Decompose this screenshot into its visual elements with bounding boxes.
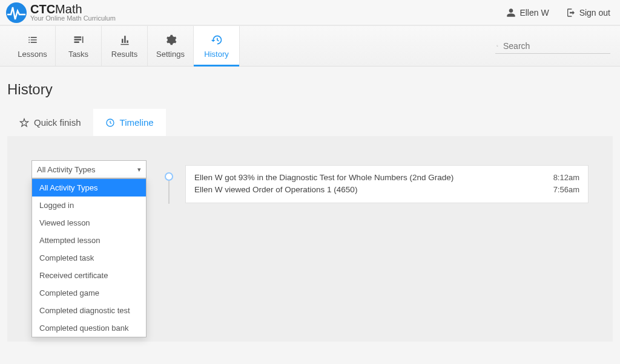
tasks-icon xyxy=(73,34,85,46)
tabs: Quick finish Timeline xyxy=(7,109,613,136)
brand-bold: CTC xyxy=(30,2,55,16)
chevron-down-icon: ▾ xyxy=(137,166,141,174)
top-actions: Ellen W Sign out xyxy=(506,8,610,18)
event-time: 7:56am xyxy=(553,184,579,196)
content-area: Quick finish Timeline All Activity Types… xyxy=(7,109,613,342)
signout-label: Sign out xyxy=(579,8,610,18)
user-name: Ellen W xyxy=(519,8,549,18)
filter-selected: All Activity Types xyxy=(37,165,96,174)
filter-option[interactable]: Completed game xyxy=(32,284,146,302)
logo-text: CTCMath Your Online Math Curriculum xyxy=(30,3,116,22)
page-title: History xyxy=(0,67,620,109)
filter-option[interactable]: Completed question bank xyxy=(32,319,146,337)
nav-tasks[interactable]: Tasks xyxy=(56,26,102,66)
list-icon xyxy=(27,34,39,46)
star-icon xyxy=(19,118,29,128)
signout-icon xyxy=(566,8,576,18)
timeline-line xyxy=(168,181,170,204)
signout-button[interactable]: Sign out xyxy=(566,8,610,18)
nav-results[interactable]: Results xyxy=(102,26,148,66)
nav-lessons-label: Lessons xyxy=(18,50,47,59)
logo-mark xyxy=(6,2,27,23)
event-text: Ellen W got 93% in the Diagnostic Test f… xyxy=(194,172,453,184)
activity-filter-dropdown: All Activity TypesLogged inViewed lesson… xyxy=(31,178,147,337)
nav-tasks-label: Tasks xyxy=(68,50,88,59)
tab-timeline[interactable]: Timeline xyxy=(93,109,166,136)
nav-lessons[interactable]: Lessons xyxy=(10,26,56,66)
nav-settings-label: Settings xyxy=(156,50,185,59)
nav-settings[interactable]: Settings xyxy=(148,26,194,66)
navbar: Lessons Tasks Results Settings History xyxy=(0,25,620,67)
user-menu[interactable]: Ellen W xyxy=(506,8,549,18)
filter-option[interactable]: Received certificate xyxy=(32,267,146,284)
search-icon xyxy=(496,42,498,50)
event-text: Ellen W viewed Order of Operations 1 (46… xyxy=(194,184,357,196)
timeline-panel: All Activity Types ▾ All Activity TypesL… xyxy=(7,136,613,342)
tab-quick-finish[interactable]: Quick finish xyxy=(7,109,93,136)
chart-icon xyxy=(119,34,131,46)
history-icon xyxy=(211,34,223,46)
brand-thin: Math xyxy=(55,2,82,16)
filter-option[interactable]: Attempted lesson xyxy=(32,232,146,249)
filter-option[interactable]: Viewed lesson xyxy=(32,214,146,232)
clock-icon xyxy=(105,118,115,128)
filter-option[interactable]: All Activity Types xyxy=(32,179,146,197)
brand-tagline: Your Online Math Curriculum xyxy=(30,15,116,22)
filter-option[interactable]: Logged in xyxy=(32,197,146,214)
filter-wrap: All Activity Types ▾ All Activity TypesL… xyxy=(31,160,147,178)
logo[interactable]: CTCMath Your Online Math Curriculum xyxy=(6,2,116,23)
filter-option[interactable]: Completed diagnostic test xyxy=(32,302,146,319)
event-row: Ellen W viewed Order of Operations 1 (46… xyxy=(194,184,579,196)
timeline-marker xyxy=(165,172,173,204)
search-box[interactable] xyxy=(495,39,610,54)
event-row: Ellen W got 93% in the Diagnostic Test f… xyxy=(194,172,579,184)
activity-filter-select[interactable]: All Activity Types ▾ xyxy=(31,160,147,178)
nav-history-label: History xyxy=(204,50,228,59)
nav-history[interactable]: History xyxy=(194,26,240,66)
tab-timeline-label: Timeline xyxy=(120,117,154,128)
filter-option[interactable]: Completed task xyxy=(32,249,146,267)
nav-results-label: Results xyxy=(111,50,137,59)
gear-icon xyxy=(165,34,177,46)
event-time: 8:12am xyxy=(553,172,579,184)
tab-quick-label: Quick finish xyxy=(34,117,81,128)
user-icon xyxy=(506,8,516,18)
events-card: Ellen W got 93% in the Diagnostic Test f… xyxy=(185,165,589,203)
search-input[interactable] xyxy=(503,41,609,51)
timeline-dot xyxy=(165,172,173,181)
topbar: CTCMath Your Online Math Curriculum Elle… xyxy=(0,0,620,25)
